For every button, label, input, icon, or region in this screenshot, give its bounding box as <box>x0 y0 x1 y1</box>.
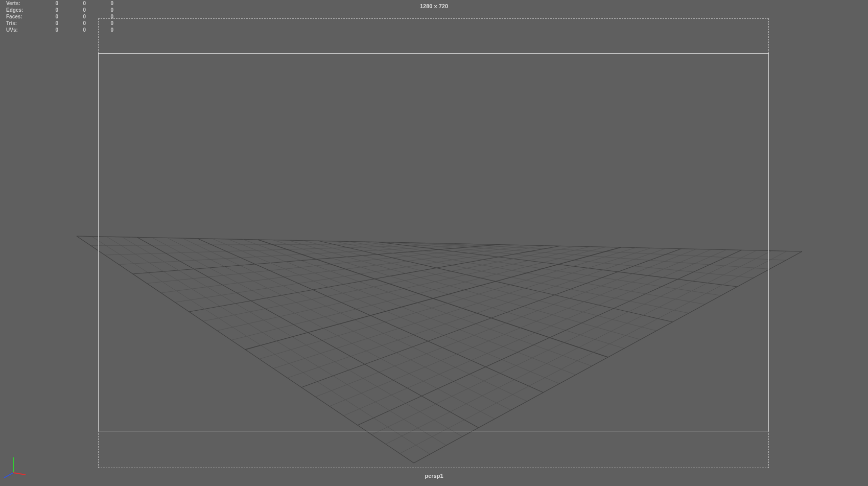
hud-row-label: Edges: <box>6 7 34 13</box>
viewport-3d[interactable]: 1280 x 720 persp1 Verts:000Edges:000Face… <box>0 0 868 486</box>
camera-label: persp1 <box>0 473 868 479</box>
hud-row-value: 0 <box>61 13 89 20</box>
ground-grid <box>0 0 868 486</box>
polycount-hud: Verts:000Edges:000Faces:000Tris:000UVs:0… <box>6 0 116 33</box>
svg-line-1 <box>13 473 26 475</box>
hud-row-value: 0 <box>61 20 89 27</box>
hud-row-value: 0 <box>89 13 116 20</box>
hud-row-value: 0 <box>89 20 116 27</box>
resolution-gate-inner <box>98 53 769 431</box>
hud-row-value: 0 <box>34 13 61 20</box>
hud-row-value: 0 <box>89 27 116 33</box>
hud-row-value: 0 <box>34 0 61 7</box>
view-axis-gizmo[interactable] <box>3 455 27 479</box>
hud-row-value: 0 <box>89 7 116 13</box>
hud-row-value: 0 <box>61 27 89 33</box>
hud-row-label: Verts: <box>6 0 34 7</box>
hud-row-value: 0 <box>34 27 61 33</box>
hud-row-label: UVs: <box>6 27 34 33</box>
hud-row-label: Faces: <box>6 13 34 20</box>
hud-row-value: 0 <box>61 7 89 13</box>
hud-row-value: 0 <box>61 0 89 7</box>
hud-row-value: 0 <box>89 0 116 7</box>
resolution-gate-outer <box>98 18 769 468</box>
hud-row-value: 0 <box>34 7 61 13</box>
hud-row-value: 0 <box>34 20 61 27</box>
svg-line-2 <box>4 473 13 478</box>
hud-row-label: Tris: <box>6 20 34 27</box>
resolution-label: 1280 x 720 <box>0 3 868 9</box>
